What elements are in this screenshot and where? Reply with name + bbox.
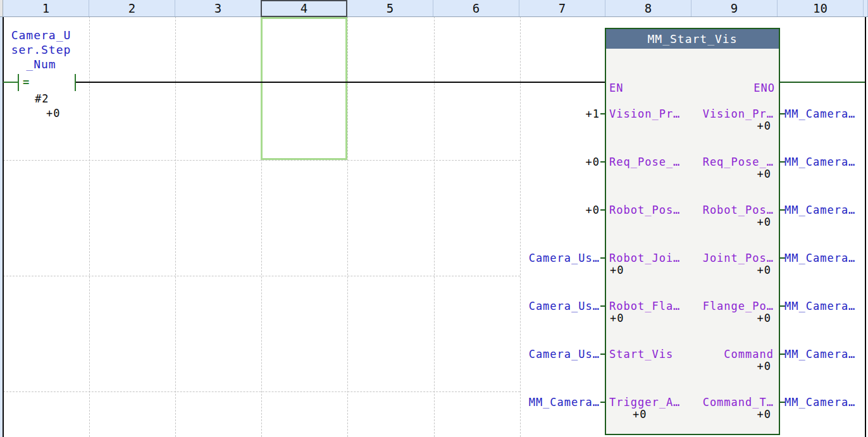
fb-left-pin-tick <box>600 257 605 259</box>
fb-output-monitor-value: +0 <box>696 359 771 373</box>
fb-output-monitor-value: +0 <box>696 215 771 229</box>
fb-left-operand[interactable]: Camera_Us… <box>437 251 600 265</box>
column-header-cell-6[interactable]: 6 <box>433 0 519 16</box>
grid-vline <box>89 16 90 437</box>
contact-operator[interactable]: = <box>23 75 30 89</box>
fb-en-pin[interactable]: EN <box>609 81 623 95</box>
column-header-cell-5[interactable]: 5 <box>347 0 433 16</box>
grid-vline <box>175 16 176 437</box>
fb-right-operand[interactable]: MM_Camera… <box>784 203 864 217</box>
fb-output-monitor-value: +0 <box>696 407 771 421</box>
fb-right-operand[interactable]: MM_Camera… <box>784 299 864 313</box>
fb-left-operand[interactable]: +1 <box>437 107 600 121</box>
fb-input-monitor-value: +0 <box>610 311 624 325</box>
column-header-cell-2[interactable]: 2 <box>89 0 175 16</box>
fb-eno-pin[interactable]: ENO <box>696 81 775 95</box>
contact-monitor-value: +0 <box>46 106 60 120</box>
grid-vline <box>347 16 348 437</box>
contact-operand[interactable]: #2 <box>35 92 49 106</box>
wire-contact-to-block <box>76 82 605 83</box>
ladder-editor-canvas: 12345678910 Camera_User.Step_Num = #2 +0… <box>0 0 868 437</box>
grid-vline <box>434 16 435 437</box>
column-header-cell-1[interactable]: 1 <box>3 0 89 16</box>
grid-vline <box>520 16 521 437</box>
contact-right-bar <box>75 74 76 91</box>
fb-left-pin-tick <box>600 161 605 163</box>
fb-left-operand[interactable]: Camera_Us… <box>437 299 600 313</box>
fb-left-pin-tick <box>600 113 605 114</box>
fb-right-operand[interactable]: MM_Camera… <box>784 251 864 265</box>
fb-right-operand[interactable]: MM_Camera… <box>784 155 864 169</box>
fb-left-pin-tick <box>600 305 605 307</box>
fb-left-operand[interactable]: MM_Camera… <box>437 395 600 409</box>
contact-left-bar <box>18 74 19 91</box>
fb-right-operand[interactable]: MM_Camera… <box>784 347 864 361</box>
fb-output-monitor-value: +0 <box>696 263 771 277</box>
fb-left-operand[interactable]: Camera_Us… <box>437 347 600 361</box>
right-power-rail <box>865 16 866 437</box>
fb-left-pin-tick <box>600 354 605 355</box>
column-header-cell-3[interactable]: 3 <box>175 0 261 16</box>
fb-left-pin-tick <box>600 402 605 403</box>
fb-left-pin-tick <box>600 209 605 211</box>
column-header-cell-7[interactable]: 7 <box>519 0 605 16</box>
selected-column-header-outline <box>261 0 347 17</box>
grid-hline <box>3 276 520 276</box>
fb-left-operand[interactable]: +0 <box>437 203 600 217</box>
left-power-rail <box>3 16 4 437</box>
grid-hline <box>3 391 520 392</box>
contact-variable-label[interactable]: Camera_User.Step_Num <box>11 28 71 71</box>
wire-rail-to-contact <box>3 82 18 83</box>
function-block-title[interactable]: MM_Start_Vis <box>606 29 779 49</box>
column-header-cell-9[interactable]: 9 <box>691 0 778 16</box>
fb-left-operand[interactable]: +0 <box>437 155 600 169</box>
column-header-row: 12345678910 <box>0 0 868 17</box>
column-header-cell-extra <box>865 0 868 16</box>
fb-right-operand[interactable]: MM_Camera… <box>784 107 864 121</box>
wire-eno-to-rail <box>780 82 865 83</box>
fb-output-monitor-value: +0 <box>696 167 771 181</box>
fb-output-monitor-value: +0 <box>696 119 771 133</box>
fb-input-monitor-value: +0 <box>633 407 647 421</box>
column-header-cell-8[interactable]: 8 <box>605 0 691 16</box>
fb-input-monitor-value: +0 <box>610 263 624 277</box>
edit-cursor-selection <box>261 17 347 160</box>
column-header-cell-10[interactable]: 10 <box>778 0 864 16</box>
fb-output-monitor-value: +0 <box>696 311 771 325</box>
fb-right-operand[interactable]: MM_Camera… <box>784 395 864 409</box>
